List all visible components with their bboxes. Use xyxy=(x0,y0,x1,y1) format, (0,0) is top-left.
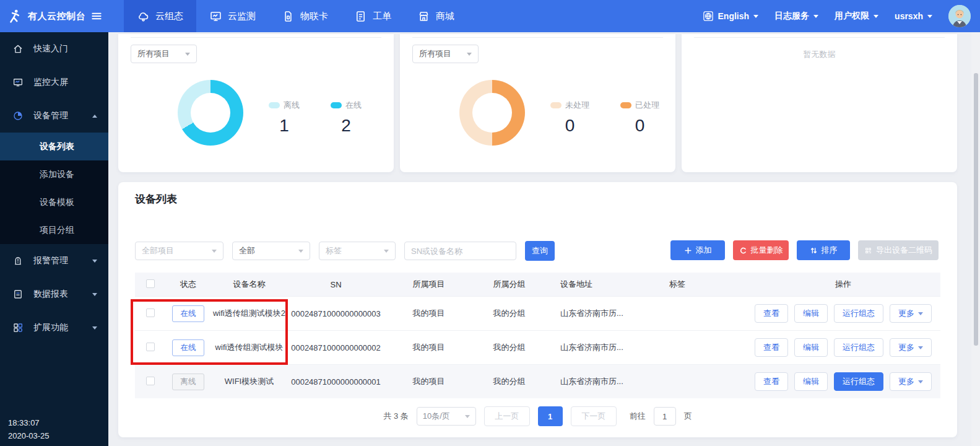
row-actions: 查看 编辑 运行组态 更多 xyxy=(746,304,940,323)
legend-value: 1 xyxy=(269,116,300,136)
project-filter-select[interactable]: 所有项目 xyxy=(412,45,479,63)
alarm-bell-icon xyxy=(12,255,24,266)
prev-page-button[interactable]: 上一页 xyxy=(484,406,530,426)
current-page-button[interactable]: 1 xyxy=(538,406,563,426)
run-config-button[interactable]: 运行组态 xyxy=(834,338,883,357)
project-select-value: 全部项目 xyxy=(142,245,174,256)
legend-item-online: 在线 2 xyxy=(331,100,362,136)
language-menu[interactable]: English xyxy=(703,11,759,22)
row-checkbox[interactable] xyxy=(146,308,155,317)
legend-swatch xyxy=(269,102,280,108)
status-select-value: 全部 xyxy=(239,245,255,256)
export-qr-label: 导出设备二维码 xyxy=(876,245,932,256)
big-screen-icon xyxy=(12,77,24,88)
sidebar-item-quick-start[interactable]: 快速入门 xyxy=(0,32,108,66)
col-address: 设备地址 xyxy=(545,279,644,290)
export-qr-button[interactable]: 导出设备二维码 xyxy=(858,240,939,260)
row-checkbox[interactable] xyxy=(146,377,155,385)
device-status-card: 所有项目 离线 1 在线 2 xyxy=(118,34,394,172)
view-button[interactable]: 查看 xyxy=(755,372,788,391)
empty-data-card: 暂无数据 xyxy=(682,34,957,172)
tab-cloud-monitor[interactable]: 云监测 xyxy=(196,0,269,32)
tag-select[interactable]: 标签 xyxy=(319,242,396,260)
sidebar-item-device-template[interactable]: 设备模板 xyxy=(0,188,108,216)
globe-icon xyxy=(703,11,714,22)
chevron-down-icon xyxy=(298,250,303,255)
view-button[interactable]: 查看 xyxy=(755,338,788,357)
store-icon xyxy=(417,10,430,23)
select-all-checkbox[interactable] xyxy=(146,279,155,288)
edit-button[interactable]: 编辑 xyxy=(794,338,828,357)
tab-label: 云组态 xyxy=(155,11,183,22)
tab-iot-card[interactable]: 物联卡 xyxy=(269,0,341,32)
add-button-label: 添加 xyxy=(696,245,712,256)
col-project: 所属项目 xyxy=(384,279,474,290)
chevron-down-icon xyxy=(384,250,389,255)
sidebar-item-data-report[interactable]: 数据报表 xyxy=(0,278,108,311)
edit-button[interactable]: 编辑 xyxy=(794,372,828,391)
no-data-text: 暂无数据 xyxy=(682,49,957,60)
total-count: 共 3 条 xyxy=(383,411,408,422)
tag-select-placeholder: 标签 xyxy=(326,245,342,256)
tab-work-order[interactable]: 工单 xyxy=(341,0,404,32)
more-button[interactable]: 更多 xyxy=(890,372,932,391)
more-label: 更多 xyxy=(898,376,914,387)
device-group: 我的分组 xyxy=(474,308,545,319)
scrollbar-track[interactable] xyxy=(971,32,980,446)
edit-button[interactable]: 编辑 xyxy=(794,304,828,323)
row-checkbox[interactable] xyxy=(146,343,155,351)
status-select[interactable]: 全部 xyxy=(232,242,310,260)
more-button[interactable]: 更多 xyxy=(890,304,932,323)
device-status-legend: 离线 1 在线 2 xyxy=(269,100,362,136)
sidebar-item-project-group[interactable]: 项目分组 xyxy=(0,216,108,244)
topbar-right: English 日志服务 用户权限 usrsxh xyxy=(703,5,980,27)
chevron-down-icon xyxy=(92,293,97,299)
log-service-menu[interactable]: 日志服务 xyxy=(774,11,818,22)
chevron-down-icon xyxy=(753,15,758,20)
goto-page-input[interactable] xyxy=(654,407,676,426)
sidebar-item-big-screen[interactable]: 监控大屏 xyxy=(0,66,108,99)
view-button[interactable]: 查看 xyxy=(755,304,788,323)
scrollbar-thumb[interactable] xyxy=(974,73,978,346)
run-config-button[interactable]: 运行组态 xyxy=(834,304,883,323)
user-permission-menu[interactable]: 用户权限 xyxy=(835,11,878,22)
project-filter-select[interactable]: 所有项目 xyxy=(131,45,197,63)
search-button[interactable]: 查询 xyxy=(525,241,555,261)
table-row: 在线 wifi透传组测试模块2 00024871000000000003 我的项… xyxy=(135,296,940,330)
avatar[interactable] xyxy=(948,5,971,27)
batch-delete-button[interactable]: 批量删除 xyxy=(733,240,789,260)
sidebar: 快速入门 监控大屏 设备管理 设备列表 添加设备 设备模板 项目分组 xyxy=(0,32,108,446)
device-name: WIFI模块测试 xyxy=(210,376,288,387)
page-size-select[interactable]: 10条/页 xyxy=(417,407,476,426)
sort-button[interactable]: 排序 xyxy=(797,240,850,260)
username-menu[interactable]: usrsxh xyxy=(895,11,932,21)
legend-item-offline: 离线 1 xyxy=(269,100,300,136)
sidebar-item-add-device[interactable]: 添加设备 xyxy=(0,160,108,188)
sort-button-label: 排序 xyxy=(822,245,838,256)
batch-delete-label: 批量删除 xyxy=(751,245,783,256)
pie-chart-icon xyxy=(12,110,24,121)
sidebar-item-device-list[interactable]: 设备列表 xyxy=(0,133,108,160)
col-group: 所属分组 xyxy=(474,279,545,290)
sidebar-item-alarm-mgmt[interactable]: 报警管理 xyxy=(0,244,108,278)
hamburger-menu-icon[interactable] xyxy=(90,10,103,22)
col-status: 状态 xyxy=(166,279,210,290)
next-page-button[interactable]: 下一页 xyxy=(571,406,617,426)
more-button[interactable]: 更多 xyxy=(890,338,932,357)
pagination: 共 3 条 10条/页 上一页 1 下一页 前往 页 xyxy=(118,406,957,426)
run-config-button[interactable]: 运行组态 xyxy=(834,372,883,391)
add-button[interactable]: 添加 xyxy=(670,240,725,260)
sidebar-item-device-mgmt[interactable]: 设备管理 xyxy=(0,99,108,133)
tab-mall[interactable]: 商城 xyxy=(404,0,467,32)
search-input[interactable] xyxy=(404,242,516,260)
device-mgmt-submenu: 设备列表 添加设备 设备模板 项目分组 xyxy=(0,133,108,244)
sidebar-item-extensions[interactable]: 扩展功能 xyxy=(0,311,108,344)
home-icon xyxy=(12,43,24,55)
brand-name: 有人云控制台 xyxy=(28,11,85,22)
project-select[interactable]: 全部项目 xyxy=(135,242,223,260)
tab-cloud-config[interactable]: 云组态 xyxy=(124,0,196,32)
status-badge: 在线 xyxy=(172,339,204,356)
device-list-panel: 设备列表 全部项目 全部 标签 查询 添加 批量删除 排序 xyxy=(118,182,957,437)
device-project: 我的项目 xyxy=(384,308,474,319)
chevron-down-icon xyxy=(918,346,923,352)
